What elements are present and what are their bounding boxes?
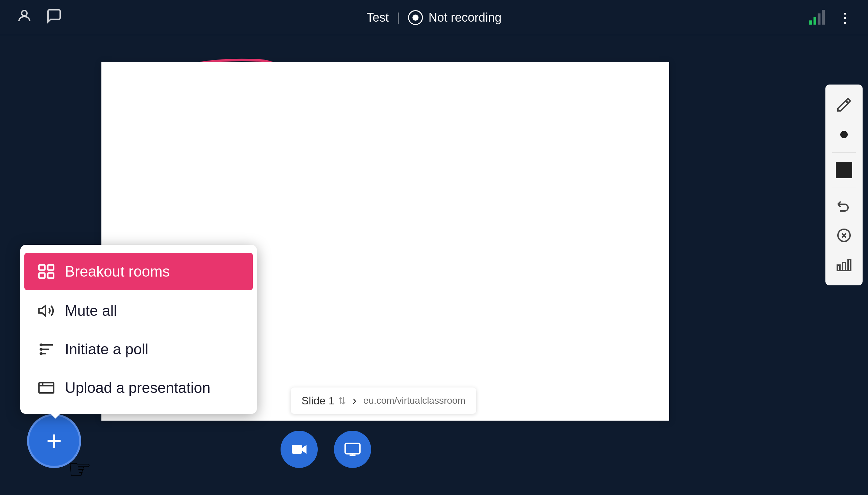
svg-point-20 [40,348,42,350]
header-right: ⋮ [808,9,852,26]
toolbar-divider [832,152,856,153]
mute-label: Mute all [65,302,117,319]
mute-icon [37,302,55,320]
recording-circle-icon [408,10,423,25]
slide-url: eu.com/virtualclassroom [363,395,465,406]
breakout-label: Breakout rooms [65,263,170,280]
svg-rect-13 [39,273,45,278]
undo-button[interactable] [829,192,859,219]
upload-label: Upload a presentation [65,379,211,396]
media-controls [280,431,371,468]
svg-marker-15 [39,306,45,316]
size-dot-icon [840,131,848,138]
dot-size-button[interactable] [829,121,859,148]
color-black-button[interactable] [829,156,859,184]
svg-rect-10 [848,260,851,271]
svg-rect-3 [818,13,820,24]
chart-button[interactable] [829,252,859,278]
toolbar-divider-2 [832,188,856,188]
svg-rect-9 [843,262,845,271]
menu-item-breakout[interactable]: Breakout rooms [24,253,253,290]
slide-stepper-icon[interactable]: ⇅ [338,395,346,406]
svg-point-21 [40,353,42,354]
chat-icon[interactable] [46,8,62,28]
slide-footer: Slide 1 ⇅ › eu.com/virtualclassroom [291,388,476,414]
svg-rect-2 [814,17,816,24]
slide-number-label: Slide 1 [301,395,335,407]
header-left [16,8,62,28]
popup-menu: Breakout rooms Mute all Initiate a poll [20,245,257,414]
slide-number: Slide 1 ⇅ [301,395,346,407]
right-toolbar [826,85,863,285]
session-title: Test [366,11,389,25]
upload-icon [37,379,55,397]
svg-point-0 [22,11,27,16]
svg-rect-6 [345,444,360,454]
header-divider: | [397,11,400,25]
recording-dot [413,15,419,21]
svg-rect-14 [48,273,53,278]
menu-item-upload[interactable]: Upload a presentation [20,369,257,407]
header-center: Test | Not recording [366,10,502,25]
header: Test | Not recording ⋮ [0,0,868,35]
svg-rect-22 [39,383,53,393]
signal-icon [808,9,825,26]
video-button[interactable] [280,431,318,468]
user-icon[interactable] [16,8,32,28]
svg-rect-8 [837,265,840,271]
breakout-icon [37,262,55,280]
screen-share-button[interactable] [334,431,371,468]
svg-rect-4 [822,10,825,25]
poll-icon [37,340,55,358]
svg-rect-5 [292,445,302,454]
more-options-icon[interactable]: ⋮ [838,10,852,25]
poll-label: Initiate a poll [65,341,149,358]
svg-point-19 [40,344,42,345]
svg-rect-12 [48,265,53,270]
color-swatch-black [836,162,852,178]
clear-button[interactable] [829,222,859,249]
next-slide-button[interactable]: › [352,394,357,408]
fab-plus-icon: + [46,427,62,455]
menu-item-poll[interactable]: Initiate a poll [20,330,257,369]
svg-rect-11 [39,265,45,270]
pencil-button[interactable] [829,91,859,118]
svg-rect-1 [809,20,812,24]
recording-status: Not recording [429,11,502,25]
recording-indicator: Not recording [408,10,502,25]
menu-item-mute[interactable]: Mute all [20,291,257,330]
